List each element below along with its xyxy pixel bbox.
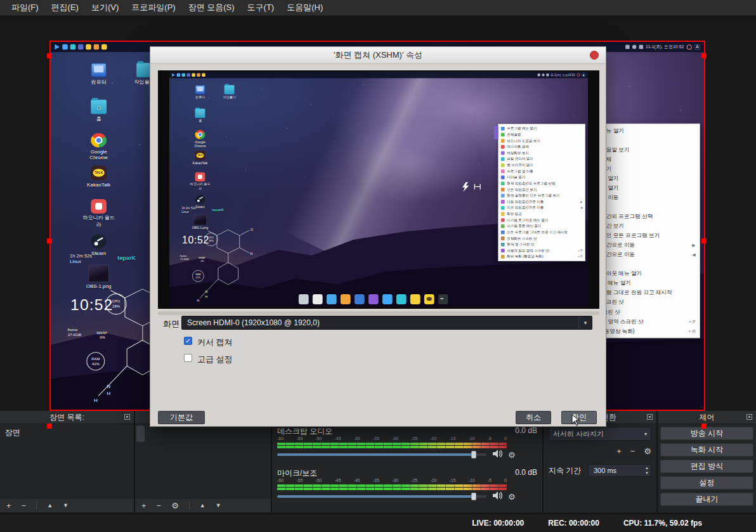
browser-icon [382,294,393,304]
transition-properties-button[interactable]: ⚙ [644,446,651,456]
remove-source-button[interactable]: − [157,501,162,510]
dock-pin-icon[interactable] [647,414,653,420]
captured-desktop: 11-1(月), 오전10:52 A 컴퓨터작업폴더홈Google Chrome… [169,72,588,307]
start-recording-button[interactable]: 녹화 시작 [660,443,753,457]
handle-mid-left[interactable] [47,238,52,243]
spin-down-icon[interactable]: ▼ [645,470,649,476]
scenes-toolbar: + − ▲ ▼ [0,498,134,512]
scene-list-item[interactable]: 장면 [0,424,134,441]
start-streaming-button[interactable]: 방송 시작 [660,427,753,440]
handle-mid-right[interactable] [701,238,707,243]
volume-slider[interactable] [277,453,486,456]
channel-name: 데스크탑 오디오 [277,426,332,436]
widget-clock: 10:52 [182,235,209,245]
channel-gear-icon[interactable]: ⚙ [508,450,516,460]
desktop-icon-folder: 작업폴더 [219,85,240,99]
desktop-dock [299,294,448,304]
handle-top-right[interactable] [701,53,707,58]
handle-bottom-right[interactable] [701,424,707,429]
close-button[interactable] [590,51,599,60]
mail-icon [197,73,200,76]
channel-gear-icon[interactable]: ⚙ [508,492,516,502]
handle-top-left[interactable] [47,53,52,58]
captured-taskbar: 11-1(月), 오전10:52 A [169,72,588,78]
menu-item-icon [501,237,505,240]
dialog-titlebar[interactable]: '화면 캡쳐 (XSHM)' 속성 [150,47,606,64]
volume-meter [277,484,507,487]
scene-down-button[interactable]: ▼ [63,502,68,509]
add-source-button[interactable]: + [141,501,147,510]
menu-help[interactable]: 도움말(H) [280,0,329,15]
menubar: 파일(F)편집(E)보기(V)프로파일(P)장면 모음(S)도구(T)도움말(H… [0,0,756,16]
menu-view[interactable]: 보기(V) [85,0,125,15]
menu-tools[interactable]: 도구(T) [241,0,281,15]
channel-name: 마이크/보조 [277,468,317,478]
advanced-settings-label: 고급 설정 [197,354,233,365]
gem-app-icon [396,294,407,304]
svg-text:N: N [250,252,252,256]
dock-pin-icon[interactable] [124,414,130,420]
menu-item-icon [501,200,505,204]
studio-mode-button[interactable]: 편집 방식 [660,460,753,473]
menu-item-icon [501,157,505,161]
language-badge: A [582,73,585,76]
speaker-icon[interactable] [492,449,502,460]
toolbar-separator [36,502,37,509]
add-transition-button[interactable]: + [616,446,622,456]
power-icon [577,74,580,77]
volume-slider[interactable] [277,495,486,498]
screen-combobox[interactable]: Screen HDMI-0 (1920x1080 @ 1920,0) ▾ [181,316,592,330]
preview-splitter[interactable] [158,311,599,315]
source-properties-button[interactable]: ⚙ [171,501,179,510]
settings-button[interactable]: 설정 [660,476,753,490]
source-down-button[interactable]: ▼ [216,502,221,509]
menu-item-icon [501,206,505,210]
advanced-settings-checkbox[interactable] [184,354,192,362]
rec-time: REC: 00:00:00 [548,519,599,528]
spin-up-icon[interactable]: ▲ [645,465,649,470]
menu-item-icon [501,163,505,167]
menu-profile[interactable]: 프로파일(P) [125,0,181,15]
menu-scene-collection[interactable]: 장면 모음(S) [182,0,241,15]
scene-up-button[interactable]: ▲ [47,502,53,509]
db-scale: -60-55-50-45-40-35-30-25-20-15-10-50 [277,478,507,484]
slider-handle[interactable] [471,493,476,500]
context-menu-item: 파일 관리자 열기 [499,156,585,162]
add-scene-button[interactable]: + [6,501,11,510]
channel-db-value: 0.0 dB [515,426,537,436]
desktop-context-menu: 프로그램 메뉴 열기전체설명하모니카 도움말 보기데스크톱 결제바탕화면 보기파… [498,124,585,261]
dialog-preview: 11-1(月), 오전10:52 A 컴퓨터작업폴더홈Google Chrome… [158,70,599,309]
chevron-down-icon: ▾ [578,316,592,329]
transition-combobox[interactable]: 서서히 사라지기 ▾ [549,427,651,441]
menu-file[interactable]: 파일(F) [5,0,45,15]
slider-handle[interactable] [471,451,476,458]
toolbar-separator [189,502,190,509]
defaults-button[interactable]: 기본값 [158,411,205,424]
terminal-icon [438,294,448,304]
remove-scene-button[interactable]: − [22,501,27,510]
exit-button[interactable]: 끝내기 [660,493,753,506]
menu-item-icon [501,194,505,198]
keyboard-icon [546,74,549,76]
context-menu-item: 하모니카 도움말 보기 [499,138,585,144]
speaker-icon[interactable] [492,491,502,502]
cursor-capture-checkbox[interactable]: ✓ [184,337,192,345]
overlay-glyphs [462,181,486,192]
dock-pin-icon[interactable] [746,414,752,420]
conky-chemistry-overlay: 10:52 CPU 28% /home 27.4GiB SWAP 0% RAM … [174,224,270,307]
menu-item-icon [501,212,505,216]
svg-text:H: H [197,299,200,302]
network-icon [537,74,540,76]
source-up-button[interactable]: ▲ [200,502,205,509]
context-menu-item: 현재 창 스크린 샷 [499,242,585,248]
cancel-button[interactable]: 취소 [516,411,551,424]
scrollbar[interactable] [136,425,145,442]
menu-item-icon [501,133,505,136]
files-icon [313,294,323,304]
handle-bottom-left[interactable] [47,424,52,429]
remove-transition-button[interactable]: − [630,446,635,456]
svg-text:28%: 28% [209,240,214,242]
menu-edit[interactable]: 편집(E) [45,0,85,15]
duration-spinbox[interactable]: 300 ms ▲ ▼ [588,464,651,477]
trash-icon [299,294,309,304]
